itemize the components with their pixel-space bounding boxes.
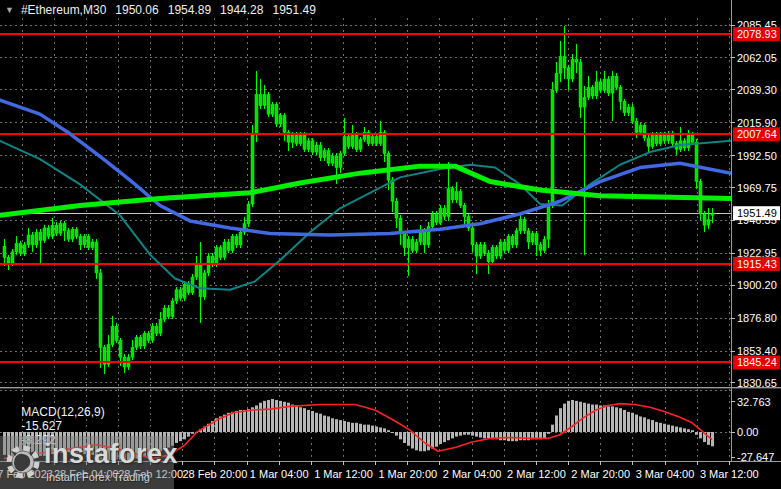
candle-body — [479, 245, 482, 256]
macd-histogram-bar — [655, 422, 658, 432]
macd-histogram-bar — [607, 406, 610, 432]
macd-histogram-bar — [275, 400, 278, 432]
candle-body — [555, 73, 558, 90]
candle-body — [691, 135, 694, 142]
candle — [35, 229, 38, 247]
candle — [275, 102, 278, 127]
macd-histogram-bar — [615, 407, 618, 432]
macd-histogram-bar — [235, 411, 238, 432]
candle-body — [71, 229, 74, 239]
candle — [267, 92, 270, 117]
time-axis-label: 3 Mar 12:00 — [700, 468, 759, 480]
candle-body — [47, 228, 50, 236]
macd-histogram-bar — [559, 408, 562, 432]
candle-body — [91, 242, 94, 248]
candle-body — [391, 180, 394, 201]
candle-body — [327, 151, 330, 164]
macd-histogram-bar — [691, 430, 694, 432]
candle-body — [499, 242, 502, 256]
macd-histogram-bar — [687, 429, 690, 432]
macd-histogram-bar — [479, 432, 482, 437]
macd-histogram-bar — [467, 432, 470, 435]
macd-histogram-bar — [419, 432, 422, 451]
candle-body — [707, 220, 710, 226]
candle-body — [559, 57, 562, 74]
candle-body — [687, 135, 690, 148]
candle-body — [51, 225, 54, 236]
candle-body — [387, 153, 390, 180]
candle-body — [227, 242, 230, 250]
macd-histogram-bar — [507, 432, 510, 441]
candle-body — [23, 245, 26, 253]
candle-body — [523, 220, 526, 231]
candle-body — [315, 145, 318, 152]
price-axis-label: 2015.90 — [737, 117, 777, 129]
macd-histogram-bar — [335, 419, 338, 432]
time-axis-label: 2 Mar 20:00 — [571, 468, 630, 480]
candle-body — [131, 347, 134, 357]
candle — [203, 270, 206, 300]
price-axis-label: 2039.30 — [737, 84, 777, 96]
candle — [151, 323, 154, 343]
macd-histogram-bar — [631, 413, 634, 432]
macd-histogram-bar — [547, 432, 550, 434]
candle-body — [135, 338, 138, 348]
chart-background — [0, 0, 781, 489]
macd-histogram-bar — [291, 405, 294, 432]
macd-histogram-bar — [519, 432, 522, 440]
instaforex-gear-logo-icon — [2, 440, 44, 484]
candle-body — [639, 125, 642, 132]
time-axis-label: 1 Mar 20:00 — [378, 468, 437, 480]
macd-histogram-bar — [267, 400, 270, 432]
candle-body — [83, 236, 86, 244]
candle-body — [527, 231, 530, 242]
candle-body — [239, 232, 242, 245]
candle — [319, 142, 322, 160]
candle-body — [703, 214, 706, 225]
macd-histogram-bar — [647, 419, 650, 432]
macd-axis-label: 32.763 — [737, 396, 771, 408]
candle-body — [299, 135, 302, 143]
chart-canvas[interactable]: 2085.452062.052039.302015.901992.501969.… — [0, 0, 781, 489]
macd-histogram-bar — [447, 432, 450, 440]
candle-body — [119, 340, 122, 357]
macd-histogram-bar — [619, 408, 622, 432]
candle-body — [199, 264, 202, 296]
candle-body — [651, 135, 654, 146]
candle-body — [39, 232, 42, 240]
chart-dropdown-icon[interactable]: ▼ — [5, 5, 14, 15]
candle-body — [255, 94, 258, 133]
macd-histogram-bar — [639, 416, 642, 432]
candle-body — [663, 135, 666, 141]
mt4-chart-window: 2085.452062.052039.302015.901992.501969.… — [0, 0, 781, 489]
macd-histogram-bar — [307, 410, 310, 432]
ohlc-low: 1944.28 — [220, 3, 263, 17]
chart-title-bar: ▼ #Ethereum,M30 1950.06 1954.89 1944.28 … — [5, 2, 325, 17]
candle-body — [319, 145, 322, 158]
candle-body — [491, 248, 494, 262]
macd-histogram-bar — [363, 425, 366, 432]
candle-body — [247, 204, 250, 224]
macd-histogram-bar — [263, 401, 266, 432]
candle-body — [43, 228, 46, 241]
macd-histogram-bar — [487, 432, 490, 438]
macd-histogram-bar — [323, 416, 326, 432]
candle-body — [371, 137, 374, 144]
candle-body — [475, 245, 478, 256]
candle-body — [179, 290, 182, 298]
candle-body — [407, 239, 410, 247]
candle-body — [3, 246, 6, 257]
candle-body — [59, 224, 62, 234]
candle-body — [351, 135, 354, 146]
candle-body — [215, 248, 218, 265]
macd-histogram-bar — [603, 405, 606, 432]
candle-body — [403, 234, 406, 248]
candle — [239, 229, 242, 247]
candle — [231, 234, 234, 254]
candle-body — [231, 236, 234, 250]
candle-body — [483, 245, 486, 253]
candle — [303, 132, 306, 152]
macd-histogram-bar — [555, 416, 558, 432]
macd-histogram-bar — [359, 424, 362, 432]
macd-axis-label: -27.647 — [737, 451, 774, 463]
